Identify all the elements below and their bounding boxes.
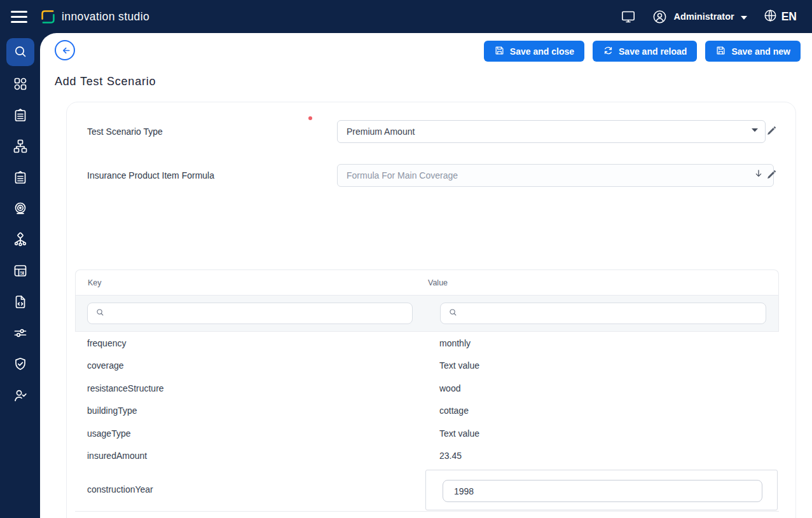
reload-icon xyxy=(603,45,614,58)
field-label: Insurance Product Item Formula xyxy=(87,170,214,181)
row-value: cottage xyxy=(439,406,469,416)
arrow-down-icon[interactable] xyxy=(754,168,764,179)
topbar-right: Administrator EN xyxy=(621,0,797,33)
clipboard-icon xyxy=(13,107,28,125)
column-header-key: Key xyxy=(76,278,428,287)
sidebar-item-hierarchy[interactable] xyxy=(4,225,36,256)
edit-pencil-icon[interactable] xyxy=(766,125,777,136)
table-row[interactable]: coverageText value xyxy=(75,355,779,378)
row-key: coverage xyxy=(75,360,439,371)
app-title: innovation studio xyxy=(62,10,149,24)
sidebar-item-file-code[interactable] xyxy=(4,287,36,318)
dropdown-caret-icon[interactable] xyxy=(751,128,759,132)
row-key: buildingType xyxy=(75,406,439,416)
form-card: Test Scenario Type Insurance Product Ite… xyxy=(66,102,796,518)
editing-cell xyxy=(425,470,778,510)
modules-icon xyxy=(13,76,28,93)
save-and-reload-button[interactable]: Save and reload xyxy=(593,41,697,62)
insurance-product-item-formula-input[interactable] xyxy=(337,164,774,187)
search-icon xyxy=(448,308,458,320)
save-icon xyxy=(715,45,726,58)
menu-icon[interactable] xyxy=(11,11,27,23)
back-button[interactable] xyxy=(55,40,75,60)
hierarchy-icon xyxy=(13,232,28,249)
save-and-new-button[interactable]: Save and new xyxy=(705,41,801,62)
button-label: Save and close xyxy=(510,46,574,57)
form-row-insurance-product-item-formula: Insurance Product Item Formula xyxy=(87,164,214,187)
user-check-icon xyxy=(13,388,28,405)
search-icon xyxy=(13,44,28,61)
edit-pencil-icon[interactable] xyxy=(766,169,777,180)
pivot-table-icon: 5 xyxy=(13,263,28,280)
row-key: resistanceStructure xyxy=(75,383,439,393)
table-row[interactable]: frequencymonthly xyxy=(75,332,779,355)
sidebar-item-shield-check[interactable] xyxy=(4,350,36,381)
test-scenario-type-input[interactable] xyxy=(337,120,766,143)
required-indicator xyxy=(308,116,312,120)
search-icon xyxy=(95,308,105,320)
row-key: constructionYear xyxy=(75,484,439,494)
workflow-icon xyxy=(13,139,28,156)
save-actions: Save and closeSave and reloadSave and ne… xyxy=(484,41,801,62)
table-body: frequencymonthlycoverageText valueresist… xyxy=(75,332,779,512)
row-value: monthly xyxy=(439,338,471,348)
button-label: Save and reload xyxy=(619,46,687,57)
row-key: usageType xyxy=(75,428,439,439)
save-icon xyxy=(494,45,505,58)
sidebar-item-search[interactable] xyxy=(6,38,34,66)
page-title: Add Test Scenario xyxy=(55,75,156,88)
table-row[interactable]: buildingTypecottage xyxy=(75,400,779,423)
key-search-field[interactable] xyxy=(87,303,413,324)
sidebar-item-clipboard-list[interactable] xyxy=(4,163,36,194)
clipboard-list-icon xyxy=(13,170,28,187)
table-row[interactable]: usageTypeText value xyxy=(75,422,779,445)
monitor-icon[interactable] xyxy=(621,9,636,24)
field-label: Test Scenario Type xyxy=(87,126,163,137)
main-content: Save and closeSave and reloadSave and ne… xyxy=(40,33,812,518)
key-value-table: Key Value xyxy=(75,269,779,512)
row-key: frequency xyxy=(75,338,439,348)
user-icon xyxy=(652,9,668,25)
row-value: Text value xyxy=(439,360,479,371)
sidebar: 5 xyxy=(0,33,40,518)
user-name: Administrator xyxy=(674,11,734,22)
row-value: wood xyxy=(439,383,460,393)
row-key: insuredAmount xyxy=(75,451,439,461)
topbar: innovation studio Administrator xyxy=(0,0,812,33)
table-row[interactable]: constructionYear xyxy=(75,467,779,512)
table-row[interactable]: resistanceStructurewood xyxy=(75,377,779,400)
table-header-row: Key Value xyxy=(76,270,778,296)
language-selector[interactable]: EN xyxy=(763,8,797,25)
value-search-field[interactable] xyxy=(440,303,766,324)
save-and-close-button[interactable]: Save and close xyxy=(484,41,584,62)
user-menu[interactable]: Administrator xyxy=(652,9,747,25)
sidebar-item-clipboard[interactable] xyxy=(4,100,36,132)
app-logo-icon xyxy=(41,10,55,24)
key-search-input[interactable] xyxy=(110,303,412,324)
sidebar-item-pivot-table[interactable]: 5 xyxy=(4,256,36,287)
value-search-input[interactable] xyxy=(463,303,766,324)
form-row-test-scenario-type: Test Scenario Type xyxy=(87,120,163,143)
table-filter-row xyxy=(76,296,778,332)
language-code: EN xyxy=(781,10,797,24)
table-row[interactable]: insuredAmount23.45 xyxy=(75,445,779,468)
svg-text:5: 5 xyxy=(20,270,22,276)
sidebar-item-modules[interactable] xyxy=(4,69,36,100)
file-code-icon xyxy=(13,294,28,311)
sidebar-item-workflow[interactable] xyxy=(4,132,36,163)
globe-icon xyxy=(763,8,778,25)
caret-down-icon xyxy=(741,12,747,22)
app-root: innovation studio Administrator xyxy=(0,0,812,518)
target-icon xyxy=(13,201,28,218)
button-label: Save and new xyxy=(731,46,790,57)
row-value-input[interactable] xyxy=(443,480,762,502)
sliders-icon xyxy=(13,325,28,343)
column-header-value: Value xyxy=(428,278,448,287)
sidebar-item-user-check[interactable] xyxy=(4,381,36,412)
row-value: 23.45 xyxy=(439,451,462,461)
sidebar-item-sliders[interactable] xyxy=(4,318,36,350)
sidebar-item-target[interactable] xyxy=(4,194,36,225)
table-head: Key Value xyxy=(75,269,779,332)
row-value: Text value xyxy=(439,428,479,439)
shield-check-icon xyxy=(13,357,28,374)
